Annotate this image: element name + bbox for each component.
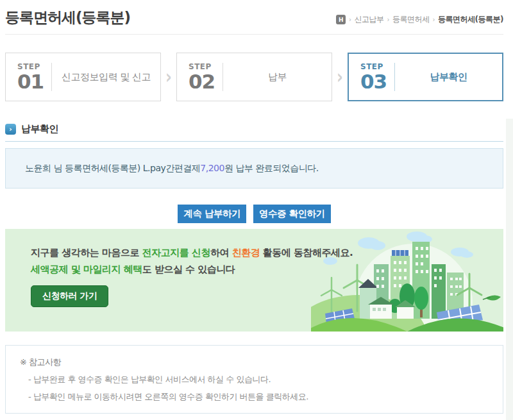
banner-line-2: 세액공제 및 마일리지 혜택도 받으실 수 있습니다 [31,261,353,278]
banner-text: 지구를 생각하는 마음으로 전자고지를 신청하여 친환경 활동에 동참해주세요.… [31,244,353,278]
continue-payment-button[interactable]: 계속 납부하기 [178,205,246,223]
payment-result-box: 노윤희 님 등록면허세(등록분) L.pay간편결제7,200원 납부 완료되었… [5,148,503,189]
leaf-icon [483,295,501,300]
step-3-title: 납부확인 [401,71,497,83]
page-title: 등록면허세(등록분) [5,8,130,28]
step-3-label: STEP [360,63,387,71]
apply-e-bill-button[interactable]: 신청하러 가기 [31,285,108,307]
note-item-menu: - 납부확인 메뉴로 이동하시려면 오른쪽의 영수증 확인하기 버튼을 클릭하세… [28,391,489,403]
page-header: 등록면허세(등록분) H › 신고납부 › 등록면허세 › 등록면허세(등록분) [5,0,503,35]
e-bill-promo-banner: 지구를 생각하는 마음으로 전자고지를 신청하여 친환경 활동에 동참해주세요.… [5,229,503,332]
step-1-label: STEP [17,63,44,71]
section-title: 납부확인 [21,123,58,135]
notes-title: ※ 참고사항 [20,357,489,368]
step-3-number: 03 [360,72,387,92]
home-icon[interactable]: H [336,15,346,24]
note-item-receipt: - 납부완료 후 영수증 확인은 납부확인 서비스에서 하실 수 있습니다. [28,374,489,385]
payment-result-prefix: 노윤희 님 등록면허세(등록분) L.pay간편결제 [25,163,200,173]
breadcrumb-separator: › [387,16,390,23]
payment-result-suffix: 원 납부 완료되었습니다. [224,163,319,173]
breadcrumb-item-deungnok-myeonheose[interactable]: 등록면허세 [392,14,430,25]
step-2-number: 02 [189,72,215,92]
breadcrumb-current: 등록면허세(등록분) [438,14,503,25]
step-indicator: STEP 01 신고정보입력 및 신고 › STEP 02 납부 › STEP [5,53,503,101]
section-header: › 납부확인 [5,123,503,142]
step-divider [394,63,395,91]
section-chevron-icon: › [5,124,16,135]
step-divider [223,63,223,91]
breadcrumb-item-singo-nabbu[interactable]: 신고납부 [355,14,384,25]
step-arrow-icon: › [161,66,176,88]
banner-line-1: 지구를 생각하는 마음으로 전자고지를 신청하여 친환경 활동에 동참해주세요. [31,244,353,261]
step-1-number: 01 [17,72,44,92]
breadcrumb-separator: › [433,16,435,23]
payment-result-message: 노윤희 님 등록면허세(등록분) L.pay간편결제7,200원 납부 완료되었… [25,163,319,174]
step-divider [51,63,52,91]
step-1-box: STEP 01 신고정보입력 및 신고 [5,53,161,101]
payment-confirmation-page: 등록면허세(등록분) H › 신고납부 › 등록면허세 › 등록면허세(등록분)… [0,0,513,420]
page-edge-strip [506,119,513,420]
solar-panel-icon [392,250,408,256]
step-2-title: 납부 [230,71,326,83]
step-2-label: STEP [189,63,215,71]
breadcrumb-separator: › [349,16,351,23]
step-3-box-active: STEP 03 납부확인 [348,53,503,101]
step-arrow-icon: › [332,66,348,88]
reference-notes-box: ※ 참고사항 - 납부완료 후 영수증 확인은 납부확인 서비스에서 하실 수 … [5,345,503,414]
banner-benefit-highlight: 세액공제 및 마일리지 혜택 [31,264,142,275]
banner-eco-highlight: 친환경 [232,247,260,258]
step-1-title: 신고정보입력 및 신고 [58,71,155,83]
action-buttons: 계속 납부하기 영수증 확인하기 [5,205,503,223]
breadcrumb: H › 신고납부 › 등록면허세 › 등록면허세(등록분) [336,14,503,28]
check-receipt-button[interactable]: 영수증 확인하기 [253,205,331,223]
step-2-box: STEP 02 납부 [176,53,332,101]
payment-amount: 7,200 [200,163,224,173]
banner-ebill-highlight: 전자고지를 신청 [142,247,210,258]
